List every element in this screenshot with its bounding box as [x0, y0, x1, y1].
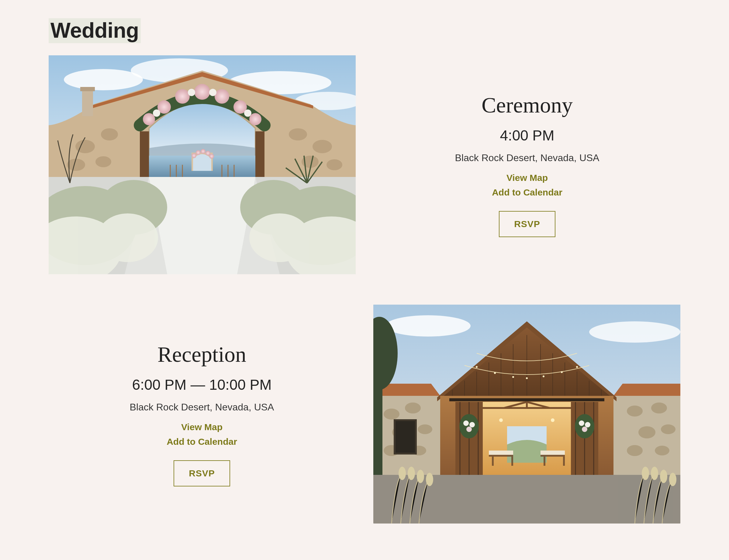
svg-point-18: [192, 153, 196, 158]
svg-point-127: [585, 422, 590, 427]
ceremony-rsvp-button[interactable]: RSVP: [499, 211, 555, 237]
ceremony-venue-image: [49, 55, 356, 274]
svg-rect-107: [511, 457, 513, 466]
svg-point-131: [399, 467, 406, 480]
svg-point-58: [589, 321, 680, 343]
svg-point-125: [575, 414, 594, 438]
svg-point-57: [385, 315, 471, 337]
svg-rect-106: [492, 457, 494, 466]
svg-point-132: [408, 467, 415, 480]
svg-rect-14: [82, 89, 93, 116]
svg-rect-41: [255, 131, 264, 183]
svg-point-121: [459, 414, 479, 438]
svg-point-95: [561, 371, 563, 373]
svg-point-96: [576, 366, 578, 368]
svg-point-134: [426, 473, 433, 486]
svg-point-8: [67, 159, 85, 171]
ceremony-time: 4:00 PM: [500, 127, 555, 144]
ceremony-location: Black Rock Desert, Nevada, USA: [455, 152, 599, 164]
svg-point-124: [466, 427, 472, 432]
svg-point-129: [499, 418, 503, 422]
svg-point-69: [627, 406, 643, 417]
svg-point-39: [244, 109, 251, 117]
svg-rect-15: [80, 87, 95, 91]
svg-point-74: [655, 446, 669, 455]
svg-point-36: [153, 109, 160, 117]
svg-point-71: [638, 426, 655, 438]
svg-point-135: [642, 467, 649, 480]
svg-point-13: [326, 159, 342, 170]
ceremony-title: Ceremony: [482, 93, 573, 118]
reception-view-map-link[interactable]: View Map: [181, 422, 223, 432]
svg-point-130: [551, 418, 555, 422]
svg-point-32: [194, 84, 210, 100]
svg-point-137: [660, 470, 667, 483]
svg-point-10: [289, 128, 307, 140]
svg-point-94: [543, 375, 544, 377]
svg-rect-40: [140, 131, 149, 183]
svg-point-50: [249, 213, 310, 262]
event-reception: Reception 6:00 PM — 10:00 PM Black Rock …: [49, 305, 680, 524]
reception-rsvp-button[interactable]: RSVP: [174, 460, 230, 486]
reception-venue-image: [373, 305, 680, 524]
svg-point-128: [582, 427, 587, 432]
svg-point-66: [418, 424, 432, 434]
svg-point-123: [469, 422, 475, 427]
svg-rect-111: [541, 451, 565, 455]
svg-point-126: [579, 420, 584, 426]
svg-rect-109: [563, 457, 565, 466]
svg-point-72: [661, 424, 675, 434]
svg-point-49: [97, 213, 158, 262]
svg-point-11: [313, 140, 332, 153]
svg-point-38: [209, 89, 216, 96]
reception-time: 6:00 PM — 10:00 PM: [132, 376, 272, 393]
svg-point-22: [209, 154, 214, 159]
svg-point-92: [512, 376, 514, 378]
svg-point-138: [669, 473, 676, 486]
svg-point-70: [651, 403, 667, 413]
reception-add-to-calendar-link[interactable]: Add to Calendar: [167, 437, 237, 447]
svg-point-63: [384, 409, 399, 420]
ceremony-view-map-link[interactable]: View Map: [506, 173, 548, 183]
svg-point-133: [417, 470, 424, 483]
reception-title: Reception: [157, 342, 246, 367]
svg-rect-120: [449, 398, 604, 401]
svg-point-73: [627, 445, 643, 456]
page-heading: Wedding: [49, 18, 141, 43]
svg-point-37: [188, 89, 195, 96]
svg-point-136: [651, 467, 658, 480]
svg-point-93: [526, 377, 528, 379]
svg-point-33: [215, 89, 229, 104]
svg-point-90: [476, 366, 478, 368]
svg-rect-108: [544, 457, 545, 466]
reception-location: Black Rock Desert, Nevada, USA: [130, 402, 274, 413]
ceremony-add-to-calendar-link[interactable]: Add to Calendar: [492, 187, 562, 198]
svg-rect-75: [395, 420, 416, 454]
svg-point-9: [95, 156, 111, 167]
svg-point-35: [249, 113, 261, 125]
svg-point-29: [143, 113, 155, 125]
svg-point-19: [196, 150, 201, 155]
svg-point-31: [175, 89, 190, 104]
event-ceremony: Ceremony 4:00 PM Black Rock Desert, Neva…: [49, 55, 680, 274]
svg-point-122: [463, 420, 469, 426]
svg-point-1: [64, 69, 143, 90]
svg-point-7: [101, 128, 118, 140]
svg-point-91: [494, 372, 496, 374]
svg-point-20: [201, 149, 206, 154]
svg-rect-110: [489, 451, 513, 455]
svg-point-64: [405, 403, 421, 413]
